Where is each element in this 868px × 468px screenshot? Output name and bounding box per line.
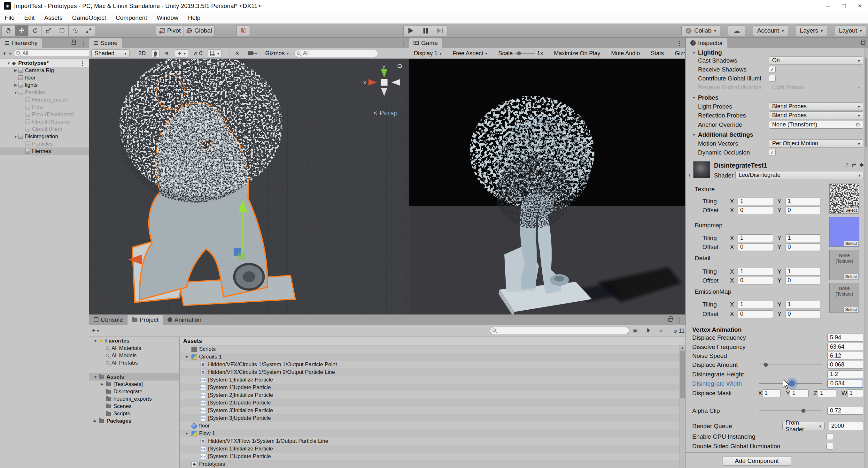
chevron-down-icon[interactable]: ▾ [97,329,99,333]
search-by-type-icon[interactable]: ▣ [632,327,638,334]
foldout-closed-icon[interactable]: ▶ [13,68,18,72]
kebab-menu-icon[interactable]: ⋮ [677,40,683,47]
grid-snapping-button[interactable] [237,25,250,36]
foldout-open-icon[interactable]: ▼ [185,432,191,435]
kebab-menu-icon[interactable]: ⋮ [80,59,89,67]
disintegrate-width-slider[interactable] [760,379,822,388]
object-picker-icon[interactable]: ⊙ [856,121,860,128]
hierarchy-item[interactable]: Flow [0,103,89,111]
render-queue-dropdown[interactable]: From Shader▾ [782,422,825,430]
asset-item[interactable]: Cs[System 1]Initialize Particle [180,445,685,453]
kebab-menu-icon[interactable]: ⋮ [677,316,683,324]
displace-frequency-field[interactable]: 5.94 [828,334,863,342]
material-thumbnail[interactable] [693,161,710,178]
custom-tool-button[interactable] [82,25,95,36]
display-dropdown[interactable]: Display 1▾ [411,49,444,58]
mask-x-field[interactable]: 1 [762,390,781,397]
grid-visibility-dropdown[interactable]: ▾ [208,49,222,58]
menu-window[interactable]: Window [152,12,183,23]
collab-button[interactable]: ✓ Collab ▾ [681,25,720,36]
offset-y-field[interactable]: 0 [785,243,821,251]
scene-viewport[interactable]: y x < Persp [89,59,409,314]
axis-y-cone[interactable] [381,69,388,77]
foldout-open-icon[interactable]: ▼ [692,96,698,100]
minimize-button[interactable]: – [826,2,830,9]
scene-lighting-toggle[interactable] [151,49,159,58]
offset-y-field[interactable]: 0 [785,206,821,214]
move-tool-button[interactable] [15,25,28,36]
pause-button[interactable] [418,25,433,36]
foldout-closed-icon[interactable]: ▶ [101,382,106,386]
menu-edit[interactable]: Edit [20,12,40,23]
scale-slider[interactable]: Scale 1x [496,49,546,58]
render-queue-field[interactable]: 2000 [829,422,863,430]
help-icon[interactable]: ? [846,162,848,168]
disintegrate-width-field[interactable]: 0.534 [828,379,863,388]
asset-item[interactable]: Cs[System 1]Initialize Particle [180,376,685,384]
asset-item[interactable]: ▼Circuits 1 [180,353,685,361]
offset-y-field[interactable]: 0 [785,310,821,318]
tiling-x-field[interactable]: 1 [738,301,773,308]
axis-x-cone[interactable] [369,79,377,86]
add-component-button[interactable]: Add Component [722,456,791,466]
tiling-x-field[interactable]: 1 [738,234,773,242]
noise-speed-field[interactable]: 6.12 [828,352,863,360]
tab-console[interactable]: Console [89,315,127,325]
asset-item[interactable]: Cs[System 2]Initialize Particle [180,391,685,399]
tab-inspector[interactable]: i Inspector [686,38,727,48]
axis-z-cone[interactable] [381,88,388,96]
disintegrate-height-field[interactable]: 1.2 [828,370,863,378]
asset-item[interactable]: SHidden/VFX/Circuits 1/System 1/Output P… [180,361,685,368]
tiling-x-field[interactable]: 1 [738,268,773,275]
menu-file[interactable]: File [0,12,20,23]
offset-y-field[interactable]: 0 [785,277,821,285]
project-search-input[interactable] [490,327,629,334]
assets-root-folder[interactable]: ▼ Assets [89,373,179,380]
menu-assets[interactable]: Assets [39,12,67,23]
scrollbar-thumb[interactable] [865,58,867,147]
transform-tool-button[interactable] [68,25,82,36]
component-tools-button[interactable]: ✕ [232,49,242,58]
menu-help[interactable]: Help [183,12,205,23]
asset-item[interactable]: Cs[System 1]Update Particle [180,384,685,391]
dynamic-occlusion-checkbox[interactable]: ✓ [769,149,776,156]
offset-x-field[interactable]: 0 [738,206,773,214]
gpu-instancing-checkbox[interactable] [827,433,833,440]
game-viewport[interactable] [409,59,685,314]
axis-center-cube[interactable] [381,79,388,86]
asset-item[interactable]: Cs[System 3]Initialize Particle [180,407,685,414]
hierarchy-item[interactable]: ▼Disintegration [0,133,89,140]
game-gizmos-dropdown[interactable]: Gizmos [672,49,685,58]
foldout-open-icon[interactable]: ▼ [185,355,191,359]
asset-breadcrumb[interactable]: Assets [180,337,685,345]
favorites-all-materials[interactable]: All Materials [89,344,179,352]
gizmos-dropdown[interactable]: Gizmos▾ [263,49,291,58]
hierarchy-item[interactable]: ▶Camera Rig [0,67,89,74]
foldout-open-icon[interactable]: ▼ [692,51,698,55]
aspect-ratio-dropdown[interactable]: Free Aspect▾ [450,49,490,58]
mask-w-field[interactable]: 1 [847,390,863,397]
tab-project[interactable]: Project [127,315,163,325]
tab-scene[interactable]: Scene [89,38,122,48]
favorites-filter-icon[interactable]: ★ [659,328,663,334]
anchor-override-field[interactable]: None (Transform)⊙ [769,121,863,129]
foldout-open-icon[interactable]: ▼ [94,339,99,343]
tiling-y-field[interactable]: 1 [785,301,821,308]
step-button[interactable] [433,25,447,36]
tiling-x-field[interactable]: 1 [738,198,773,205]
menu-gameobject[interactable]: GameObject [67,12,111,23]
asset-item[interactable]: Scripts [180,345,685,353]
double-sided-gi-checkbox[interactable] [827,443,833,449]
create-asset-button[interactable]: + [92,327,96,335]
stats-toggle[interactable]: Stats [648,49,666,58]
scale-slider-track[interactable] [515,53,535,54]
maximize-button[interactable]: □ [842,2,846,9]
hierarchy-item[interactable]: Circuit (Square) [0,118,89,126]
hierarchy-item[interactable]: Hermes_mesh [0,96,89,103]
favorites-all-models[interactable]: All Models [89,352,179,359]
tiling-y-field[interactable]: 1 [785,268,821,275]
tab-game[interactable]: Game [409,38,442,48]
layout-dropdown[interactable]: Layout▾ [835,25,866,36]
gizmo-lock-icon[interactable] [398,64,402,68]
displace-amount-slider[interactable] [760,361,822,369]
